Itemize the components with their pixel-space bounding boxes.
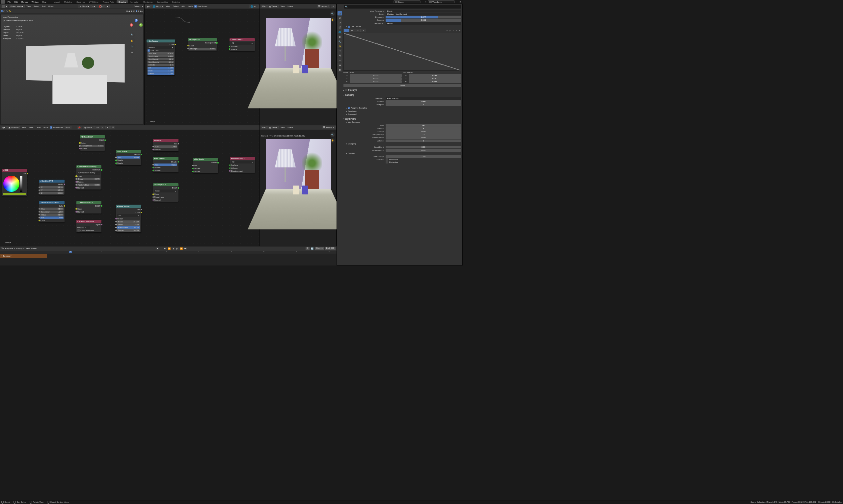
- wout-header[interactable]: World Output: [229, 38, 255, 41]
- sky-altitude[interactable]: Altitude0 m: [148, 64, 174, 66]
- noise-header[interactable]: Noise Texture: [116, 205, 141, 208]
- curve-g[interactable]: G: [355, 29, 361, 32]
- wn-node[interactable]: Node: [187, 5, 194, 7]
- image-datablock2[interactable]: 🖼 Render R: [322, 126, 336, 129]
- fake-user-icon[interactable]: 🛡: [110, 126, 115, 129]
- wout-target[interactable]: All▾: [230, 42, 254, 45]
- imgmode[interactable]: ▣ View ▾: [268, 5, 279, 8]
- ws-layout[interactable]: Layout: [52, 0, 62, 3]
- sky-header[interactable]: Sky Texture: [147, 39, 175, 42]
- clamp-indirect[interactable]: 0.00: [385, 149, 461, 151]
- sampling-panel[interactable]: Sampling: [345, 94, 354, 96]
- add-workspace-icon[interactable]: +: [182, 0, 186, 3]
- filter-glossy[interactable]: 1.00: [385, 155, 461, 158]
- viewlayer-selector[interactable]: View Layer: [428, 0, 455, 4]
- sky-model-select[interactable]: Nishita▾: [148, 46, 174, 49]
- black-b[interactable]: 0.000: [350, 80, 402, 83]
- cxyz-y[interactable]: Y0.910: [40, 189, 63, 191]
- tool-annotate-icon[interactable]: ✎: [6, 10, 8, 12]
- world-datablock[interactable]: 🌐 W…: [249, 5, 259, 8]
- mout-header[interactable]: Material Output: [230, 157, 255, 160]
- gizmo-toggle-icon[interactable]: ⊞: [126, 10, 128, 12]
- mix1-header[interactable]: Mix Shader: [116, 150, 141, 152]
- image-canvas-2[interactable]: Frame:0 | Time:04:30.09 | Mem:25.99M, Pe…: [260, 130, 336, 246]
- timeline-ruler[interactable]: 0 1 2 3 4 5 6 7 8: [0, 251, 337, 254]
- axis-y[interactable]: Y: [139, 23, 142, 26]
- ws-uv[interactable]: UV Editing: [87, 0, 101, 3]
- node-world-output[interactable]: World Output All▾ Surface Volume: [229, 38, 255, 51]
- curve-tools-icon[interactable]: ⊙: [446, 29, 448, 32]
- sss-header[interactable]: Subsurface Scattering: [76, 165, 102, 168]
- fres-header[interactable]: Fresnel: [153, 139, 178, 142]
- wn-select[interactable]: Select: [172, 5, 179, 7]
- glossy-dist[interactable]: GGX▾: [154, 190, 177, 193]
- node-combine-xyz[interactable]: Combine XYZ Vector X0.210 Y0.910 Z0.180: [39, 180, 65, 195]
- adaptive-check[interactable]: ✓: [348, 107, 350, 109]
- im2-image[interactable]: Image: [287, 126, 294, 129]
- im-image[interactable]: Image: [287, 5, 294, 7]
- bg-strength[interactable]: Strength1.000: [189, 48, 216, 50]
- mat-use-nodes-check[interactable]: ✓: [50, 126, 52, 129]
- curve-r[interactable]: R: [349, 29, 355, 32]
- shading-solid-icon[interactable]: ●: [136, 10, 137, 12]
- properties-search[interactable]: 🔍: [344, 5, 461, 8]
- noise-scale[interactable]: Scale15.000: [117, 220, 140, 223]
- sky-air[interactable]: Air1.000: [148, 67, 174, 69]
- mix2-fac[interactable]: Fac0.232: [154, 163, 177, 166]
- sky-dust[interactable]: Dust1.000: [148, 69, 174, 72]
- image-datablock1[interactable]: 🖼 camara.fi: [317, 5, 330, 8]
- glossy-header[interactable]: Glossy BSDF: [153, 183, 178, 186]
- editor-type-icon[interactable]: ◉▾: [145, 5, 151, 8]
- play-reverse-icon[interactable]: ◀: [172, 247, 175, 250]
- proportional-toggle[interactable]: ○▾: [104, 5, 109, 8]
- reflective-check[interactable]: [385, 158, 388, 161]
- mat-slot[interactable]: Slot 1: [64, 126, 71, 129]
- image-canvas-1[interactable]: 🔍 ✋: [260, 9, 336, 125]
- rgb-header[interactable]: RGB: [2, 169, 27, 172]
- cxyz-header[interactable]: Combine XYZ: [39, 180, 65, 183]
- total-bounces[interactable]: 64: [385, 124, 461, 127]
- rgb-swatch[interactable]: [3, 193, 27, 195]
- img-pan-icon[interactable]: ✋: [330, 17, 335, 22]
- jump-start-icon[interactable]: ⏮: [164, 247, 167, 250]
- zoom-icon[interactable]: 🔍: [130, 33, 134, 37]
- sss-scale[interactable]: Scale0.070: [78, 178, 100, 180]
- cxyz-x[interactable]: X0.210: [40, 186, 63, 188]
- play-icon[interactable]: ▶: [175, 247, 179, 250]
- caustics-panel-label[interactable]: Caustics: [348, 152, 355, 154]
- im2-view[interactable]: View: [279, 126, 286, 129]
- clamping-label[interactable]: Clamping: [348, 143, 356, 145]
- look-select[interactable]: Medium High Contrast: [385, 13, 461, 16]
- xray-toggle-icon[interactable]: ◐: [131, 10, 132, 12]
- tool-cursor-icon[interactable]: ↖: [1, 10, 3, 12]
- options-popover[interactable]: Options: [132, 5, 141, 7]
- mix2-header[interactable]: Mix Shader: [153, 157, 178, 160]
- vp-add-menu[interactable]: Add: [41, 5, 47, 7]
- editor-type-icon[interactable]: 🖼▾: [261, 5, 267, 8]
- editor-type-icon[interactable]: 🖼▾: [261, 126, 267, 129]
- axis-x[interactable]: X: [130, 23, 133, 26]
- im-view[interactable]: View: [279, 5, 286, 7]
- transmission-bounces[interactable]: 1024: [385, 136, 461, 139]
- black-r[interactable]: 0.000: [350, 74, 402, 77]
- refractive-check[interactable]: [385, 161, 388, 163]
- white-b[interactable]: 0.560: [409, 80, 461, 83]
- curve-reset-button[interactable]: Reset: [343, 84, 461, 87]
- advanced-label[interactable]: Advanced: [348, 113, 357, 115]
- ws-modeling[interactable]: Modeling: [62, 0, 74, 3]
- mn-view[interactable]: View: [20, 126, 27, 129]
- node-hsv[interactable]: Hue Saturation Value Color Hue0.500 Satu…: [39, 201, 65, 222]
- mn-select[interactable]: Select: [28, 126, 35, 129]
- diffuse-bounces[interactable]: 8: [385, 127, 461, 130]
- hsv-header[interactable]: Hue Saturation Value: [39, 201, 65, 204]
- menu-help[interactable]: Help: [40, 0, 48, 3]
- hsv-val[interactable]: Value0.800: [40, 214, 63, 216]
- mix1-fac[interactable]: Fac0.566: [117, 156, 140, 159]
- end-frame[interactable]: End250: [325, 247, 336, 250]
- noise-distort[interactable]: Distorti10.000: [117, 229, 140, 232]
- sun-disc-check[interactable]: ✓: [148, 49, 150, 52]
- transparency-bounces[interactable]: 12: [385, 133, 461, 136]
- summary-label[interactable]: Summary: [1, 255, 11, 257]
- start-frame[interactable]: Start1: [315, 247, 324, 250]
- viewport-samples[interactable]: 5: [385, 103, 461, 106]
